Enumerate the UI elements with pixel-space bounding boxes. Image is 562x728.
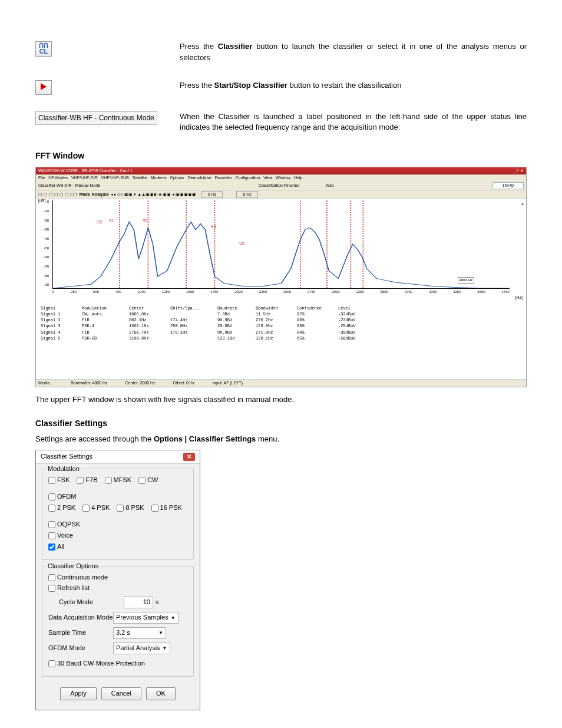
cb-cw[interactable]: CW <box>138 476 158 485</box>
table-row: Signal 3PSK-41562.1Hz250.0Hz20.0Bd128.0H… <box>41 323 521 329</box>
cb-f7b[interactable]: F7B <box>77 476 97 485</box>
sample-time-select[interactable]: 3.2 s▼ <box>113 627 166 639</box>
apply-button[interactable]: Apply <box>60 687 97 700</box>
table-row: Signal 1CW, auto.1005.0Hz7.0Bd11.5Hz97%-… <box>41 311 521 317</box>
cb-mfsk[interactable]: MFSK <box>105 476 132 485</box>
cb-8psk[interactable]: 8 PSK <box>117 503 144 513</box>
startstop-button-cell <box>35 80 180 95</box>
ss-mode-row: Classifier-WB DIR - Manual Mode Classifi… <box>36 182 526 190</box>
signal-table: SignalModulationCenterShift/Spa...Baudra… <box>36 303 526 344</box>
close-icon[interactable]: ✕ <box>183 453 195 462</box>
cb-morse-protection[interactable]: 30 Baud CW-Morse Protection <box>48 659 145 668</box>
cycle-mode-row: Cycle Mode 10 s <box>48 597 187 608</box>
modulation-group: Modulation FSK F7B MFSK CW OFDM 2 PSK 4 … <box>42 469 194 560</box>
menu-item[interactable]: View <box>263 175 272 181</box>
instruction-row-classifier: ՈՈCL Press the Classifier button to laun… <box>35 41 527 64</box>
fft-heading: FFT Window <box>35 150 527 162</box>
cb-16psk[interactable]: 16 PSK <box>151 503 182 513</box>
menu-item[interactable]: Window <box>276 175 290 181</box>
table-row: Signal 4F1B2708.7Hz179.1Hz96.9Bd271.9Hz9… <box>41 330 521 335</box>
cb-4psk[interactable]: 4 PSK <box>82 503 110 513</box>
ss-menubar: FileHF-ModesVHF/UHF-DIRVHF/UHF-SUBSatell… <box>36 174 526 182</box>
chevron-down-icon: ▼ <box>163 645 167 652</box>
menu-item[interactable]: Configuration <box>236 175 260 181</box>
dialog-titlebar: Classifier Settings ✕ <box>36 450 200 464</box>
cb-oqpsk[interactable]: OQPSK <box>48 520 80 529</box>
classifier-settings-dialog: Classifier Settings ✕ Modulation FSK F7B… <box>35 450 200 710</box>
menu-item[interactable]: Help <box>294 175 302 181</box>
menu-item[interactable]: Favorites <box>215 175 232 181</box>
ss-toolbar: ▢ ▢ ▢ ▢ ▢ ▢ ▢ ? Mode Analysis ◂ ▸ ◇◇ ▣▣ … <box>36 190 526 199</box>
data-acq-select[interactable]: Previous Samples▼ <box>113 612 178 624</box>
menu-item[interactable]: HF-Modes <box>48 175 68 181</box>
cycle-mode-input[interactable]: 10 <box>124 597 153 608</box>
table-row: Signal 5PSK-2B3199.8Hz128.1Bd128.1Hz65%-… <box>41 335 521 341</box>
instruction-row-mode: Classifier-WB HF - Continuous Mode When … <box>35 111 527 134</box>
cb-refresh[interactable]: Refresh list <box>48 584 90 593</box>
mode-text: When the Classifier is launched a label … <box>180 111 527 134</box>
menu-item[interactable]: Satellite <box>133 175 147 181</box>
sample-time-row: Sample Time 3.2 s▼ <box>48 627 187 639</box>
cb-all[interactable]: All <box>48 542 64 552</box>
menu-item[interactable]: Modems <box>151 175 167 181</box>
instruction-row-startstop: Press the Start/Stop Classifier button t… <box>35 80 527 95</box>
ss-statusbar: Media...Bandwidth: 4800 HzCenter: 2000 H… <box>36 379 526 387</box>
cb-fsk[interactable]: FSK <box>48 476 70 485</box>
cb-2psk[interactable]: 2 PSK <box>48 503 75 513</box>
dialog-buttons: Apply Cancel OK <box>42 683 194 704</box>
cb-voice[interactable]: Voice <box>48 531 73 541</box>
settings-intro: Settings are accessed through the Option… <box>35 434 527 445</box>
options-group: Classifier Options Continuous mode Refre… <box>42 566 194 677</box>
startstop-text: Press the Start/Stop Classifier button t… <box>180 80 527 91</box>
mode-chip-cell: Classifier-WB HF - Continuous Mode <box>35 111 180 125</box>
fft-chart: S1 S2 S3 S4 S5 4800 Hz <box>52 200 510 289</box>
menu-item[interactable]: VHF/UHF-DIR <box>71 175 98 181</box>
fft-screenshot: WAVECOM W-CODE - SR-AT59 Classifier - Ca… <box>35 167 527 387</box>
cb-ofdm[interactable]: OFDM <box>48 492 76 502</box>
settings-heading: Classifier Settings <box>35 417 527 429</box>
ss-chart-area: ▲ [dB] 0-10-20-30-40-50-60-70-80-90 S1 S… <box>36 199 526 303</box>
play-icon <box>35 80 52 95</box>
ofdm-mode-select[interactable]: Partial Analysis▼ <box>113 643 170 654</box>
cb-continuous[interactable]: Continuous mode <box>48 573 108 582</box>
cancel-button[interactable]: Cancel <box>101 687 141 700</box>
menu-item[interactable]: Options <box>170 175 184 181</box>
ofdm-mode-row: OFDM Mode Partial Analysis▼ <box>48 643 187 654</box>
scroll-up-icon[interactable]: ▲ <box>520 200 525 207</box>
menu-item[interactable]: File <box>38 175 45 181</box>
chevron-down-icon: ▼ <box>158 630 163 637</box>
data-acq-row: Data Acquisition Mode Previous Samples▼ <box>48 612 187 624</box>
mode-chip: Classifier-WB HF - Continuous Mode <box>35 111 157 125</box>
classifier-button-cell: ՈՈCL <box>35 41 180 57</box>
table-row: Signal 2F1B802.1Hz174.4Hz96.9Bd270.7Hz96… <box>41 317 521 323</box>
fft-caption: The upper FFT window is shown with five … <box>35 394 527 406</box>
menu-item[interactable]: VHF/UHF-SUB <box>101 175 129 181</box>
ok-button[interactable]: OK <box>146 687 176 700</box>
classifier-icon: ՈՈCL <box>35 41 52 57</box>
classifier-text: Press the Classifier button to launch th… <box>180 41 527 64</box>
chevron-down-icon: ▼ <box>171 615 176 622</box>
menu-item[interactable]: Demodulator <box>188 175 211 181</box>
ss-titlebar: WAVECOM W-CODE - SR-AT59 Classifier - Ca… <box>36 167 526 174</box>
